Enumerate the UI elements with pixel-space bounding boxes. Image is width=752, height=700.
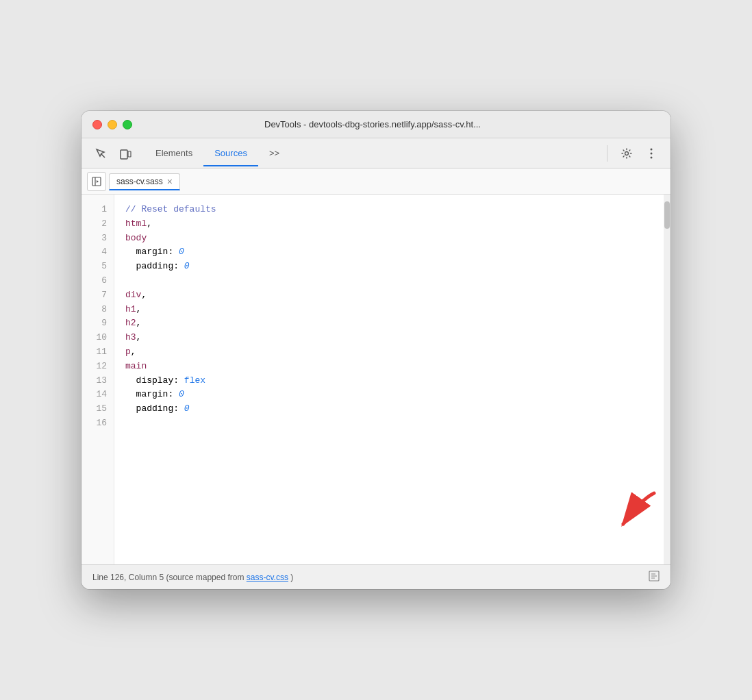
toolbar-right — [616, 142, 662, 164]
code-line-15: padding: 0 — [125, 402, 653, 416]
line-num-8: 8 — [82, 303, 114, 317]
scrollbar[interactable] — [664, 195, 670, 564]
svg-point-6 — [651, 156, 653, 158]
code-line-8: h1, — [125, 303, 653, 317]
tab-more[interactable]: >> — [258, 141, 290, 166]
line-num-13: 13 — [82, 374, 114, 388]
line-num-15: 15 — [82, 402, 114, 416]
status-right — [649, 571, 660, 584]
title-bar: DevTools - devtools-dbg-stories.netlify.… — [82, 111, 670, 138]
code-line-4: margin: 0 — [125, 245, 653, 260]
line-num-16: 16 — [82, 416, 114, 431]
code-line-3: body — [125, 232, 653, 246]
file-tab-bar: sass-cv.sass × — [82, 168, 670, 195]
code-wrapper: 1 2 3 4 5 6 7 8 9 10 11 12 13 14 15 16 /… — [82, 195, 670, 564]
line-numbers: 1 2 3 4 5 6 7 8 9 10 11 12 13 14 15 16 — [82, 195, 114, 564]
inspect-icon[interactable] — [90, 142, 112, 164]
line-num-3: 3 — [82, 232, 114, 246]
file-tab-sass[interactable]: sass-cv.sass × — [109, 173, 180, 190]
svg-rect-2 — [128, 151, 131, 157]
code-line-13: display: flex — [125, 374, 653, 388]
status-position: Line 126, Column 5 (source mapped from s… — [92, 573, 293, 582]
code-line-14: margin: 0 — [125, 388, 653, 402]
status-source-mapped-text: (source mapped from — [166, 573, 244, 582]
line-num-5: 5 — [82, 260, 114, 274]
svg-rect-1 — [121, 150, 127, 159]
scrollbar-thumb[interactable] — [664, 201, 670, 229]
toolbar-divider — [607, 145, 607, 162]
line-num-10: 10 — [82, 331, 114, 345]
code-line-10: h3, — [125, 331, 653, 345]
svg-point-5 — [651, 152, 653, 154]
code-line-1: // Reset defaults — [125, 203, 653, 217]
line-num-6: 6 — [82, 274, 114, 288]
status-source-file[interactable]: sass-cv.css — [247, 573, 288, 582]
svg-marker-9 — [97, 180, 99, 183]
code-editor[interactable]: 1 2 3 4 5 6 7 8 9 10 11 12 13 14 15 16 /… — [82, 195, 670, 564]
main-toolbar: Elements Sources >> — [82, 138, 670, 168]
code-line-11: p, — [125, 345, 653, 360]
code-line-16 — [125, 416, 653, 431]
line-num-12: 12 — [82, 360, 114, 374]
line-num-4: 4 — [82, 245, 114, 260]
svg-point-4 — [651, 148, 653, 150]
code-line-2: html, — [125, 217, 653, 232]
line-num-9: 9 — [82, 316, 114, 331]
device-icon[interactable] — [114, 142, 136, 164]
devtools-window: DevTools - devtools-dbg-stories.netlify.… — [82, 111, 670, 589]
file-tab-close-button[interactable]: × — [167, 177, 173, 186]
status-position-text: Line 126, Column 5 — [92, 573, 164, 582]
line-num-7: 7 — [82, 288, 114, 303]
code-content[interactable]: // Reset defaults html, body margin: 0 p… — [114, 195, 664, 564]
file-tab-name: sass-cv.sass — [116, 177, 163, 186]
settings-icon[interactable] — [616, 142, 638, 164]
tab-group: Elements Sources >> — [145, 140, 290, 166]
status-bar: Line 126, Column 5 (source mapped from s… — [82, 564, 670, 589]
tab-sources[interactable]: Sources — [203, 141, 258, 166]
status-close-paren: ) — [290, 573, 293, 582]
code-line-5: padding: 0 — [125, 260, 653, 274]
code-line-7: div, — [125, 288, 653, 303]
code-line-6 — [125, 274, 653, 288]
code-line-12: main — [125, 360, 653, 374]
svg-line-0 — [101, 154, 105, 158]
more-icon[interactable] — [640, 142, 662, 164]
line-num-11: 11 — [82, 345, 114, 360]
line-num-1: 1 — [82, 203, 114, 217]
svg-point-3 — [625, 151, 629, 155]
code-line-9: h2, — [125, 316, 653, 331]
panel-toggle-button[interactable] — [87, 172, 106, 191]
tab-elements[interactable]: Elements — [145, 141, 203, 166]
window-title: DevTools - devtools-dbg-stories.netlify.… — [86, 119, 660, 129]
line-num-2: 2 — [82, 217, 114, 232]
line-num-14: 14 — [82, 388, 114, 402]
